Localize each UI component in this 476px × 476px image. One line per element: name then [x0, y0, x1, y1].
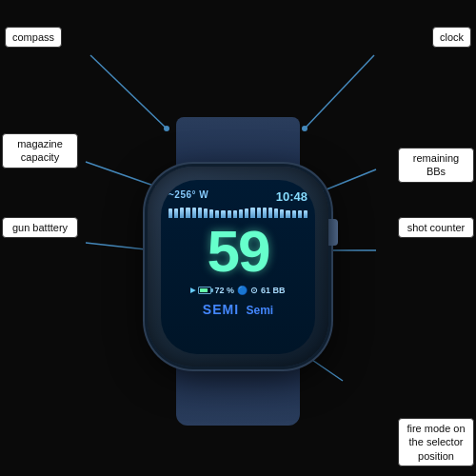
bb-bullet	[292, 210, 296, 218]
watch-crown[interactable]	[328, 219, 338, 246]
watch-container: ~256° W 10:48 59 72 % 🔵 ⊙ 61 BB	[133, 109, 343, 367]
bb-remaining: 61 BB	[261, 286, 286, 295]
bb-bullet	[298, 210, 302, 218]
status-row: 72 % 🔵 ⊙ 61 BB	[190, 286, 285, 295]
bb-bullet	[245, 208, 248, 218]
bb-bullet	[304, 210, 307, 218]
remaining-bbs-label: remaining BBs	[398, 148, 474, 183]
bb-bullet	[250, 208, 254, 218]
compass-label: compass	[5, 27, 62, 48]
gun-battery-label: gun batttery	[2, 217, 78, 238]
clock-label: clock	[432, 27, 471, 48]
band-top	[176, 117, 300, 174]
page-wrapper: compass clock magazine capacity remainin…	[0, 0, 476, 476]
band-bottom	[176, 359, 300, 426]
screen-top-row: ~256° W 10:48	[169, 189, 307, 204]
bb-bullet	[186, 208, 189, 219]
watch-case: ~256° W 10:48 59 72 % 🔵 ⊙ 61 BB	[148, 167, 328, 367]
bb-bullet	[169, 208, 172, 218]
compass-display: ~256° W	[169, 189, 208, 204]
bb-bullet	[192, 208, 196, 219]
bb-bullet	[268, 208, 272, 219]
fire-mode-row: SEMI Semi	[203, 301, 273, 318]
bb-icon: 🔵	[237, 286, 248, 295]
watch-screen: ~256° W 10:48 59 72 % 🔵 ⊙ 61 BB	[161, 180, 315, 354]
bb-bullet	[180, 208, 184, 219]
bb-bullet	[204, 208, 208, 218]
bb-bullet	[198, 208, 202, 218]
shot-counter-label: shot counter	[398, 217, 474, 238]
bb-indicators	[169, 208, 307, 219]
bb-bullet	[286, 210, 289, 219]
bb-bullet	[174, 208, 178, 219]
bb-bullet	[274, 208, 278, 219]
fire-mode-text: Semi	[247, 304, 274, 317]
charging-icon	[190, 287, 195, 294]
watch: ~256° W 10:48 59 72 % 🔵 ⊙ 61 BB	[133, 109, 343, 367]
magazine-capacity-label: magazine capacity	[2, 133, 78, 169]
fire-mode-label: fire mode on the selector position	[398, 418, 474, 466]
large-number-display: 59	[208, 222, 269, 281]
bb-bullet	[263, 208, 267, 219]
fire-mode-code: SEMI	[203, 302, 239, 317]
bb-target-icon: ⊙	[250, 286, 258, 295]
battery-percent: 72 %	[214, 286, 234, 295]
battery-bar	[198, 287, 211, 294]
clock-display: 10:48	[276, 189, 307, 204]
bb-bullet	[280, 209, 284, 219]
bb-bullet	[257, 208, 261, 219]
